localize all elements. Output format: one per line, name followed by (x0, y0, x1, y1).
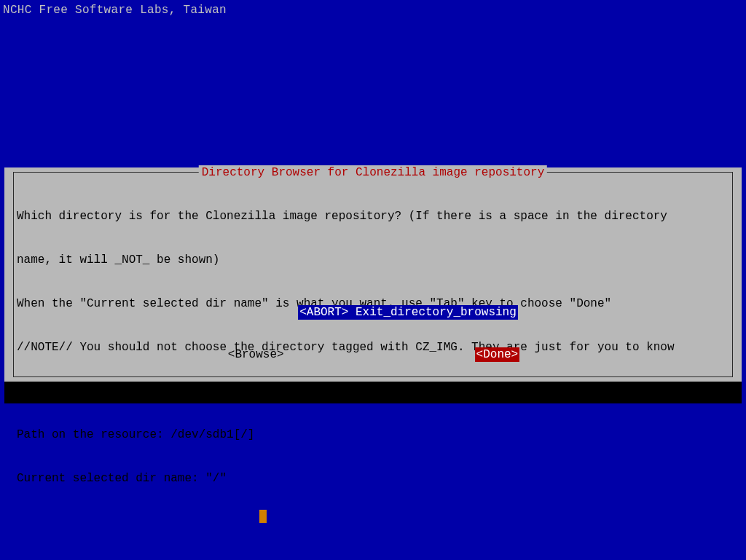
dialog-text-line: Path on the resource: /dev/sdb1[/] (17, 427, 729, 442)
screen: NCHC Free Software Labs, Taiwan Director… (0, 0, 746, 560)
menu-item-abort[interactable]: <ABORT> Exit_directory_browsing (298, 305, 518, 320)
browse-button[interactable]: <Browse> (227, 347, 286, 362)
button-row: <Browse> <Done> (17, 347, 729, 362)
dialog-border: Directory Browser for Clonezilla image r… (13, 172, 733, 377)
dialog: Directory Browser for Clonezilla image r… (4, 167, 742, 382)
header-title: NCHC Free Software Labs, Taiwan (3, 3, 227, 17)
menu: <ABORT> Exit_directory_browsing (17, 291, 729, 334)
dialog-text-line: name, it will _NOT_ be shown) (17, 253, 729, 267)
shadow-bar (4, 382, 742, 403)
done-button[interactable]: <Done> (475, 347, 520, 362)
dialog-text-line: Current selected dir name: "/" (17, 471, 729, 486)
dialog-title: Directory Browser for Clonezilla image r… (199, 165, 547, 180)
dialog-text-line: Which directory is for the Clonezilla im… (17, 209, 729, 224)
text-cursor (259, 510, 267, 523)
dialog-body: Which directory is for the Clonezilla im… (17, 180, 729, 372)
